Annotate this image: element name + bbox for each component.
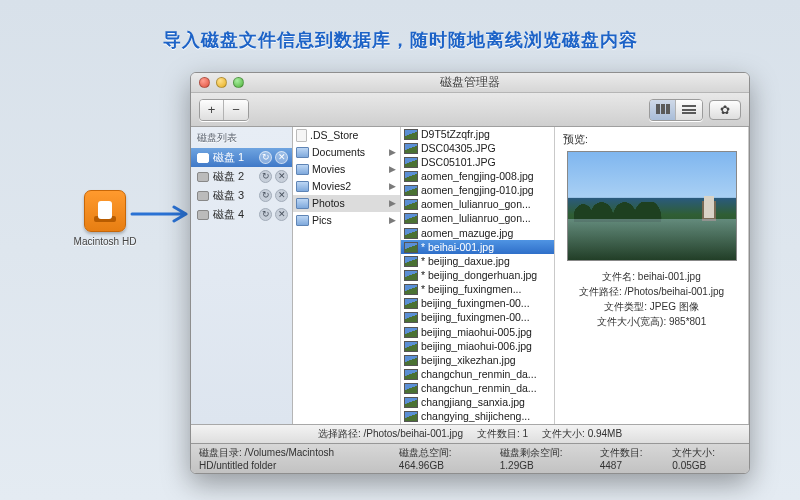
refresh-icon[interactable]: ↻ — [259, 208, 272, 221]
sidebar-item-label: 磁盘 1 — [213, 150, 244, 165]
add-remove-group: + − — [199, 99, 249, 121]
file-row[interactable]: * beijing_dongerhuan.jpg — [401, 268, 554, 282]
file-row[interactable]: DSC05101.JPG — [401, 155, 554, 169]
column-view-button[interactable] — [650, 100, 676, 120]
row-label: * beijing_dongerhuan.jpg — [421, 268, 537, 282]
settings-button[interactable]: ✿ — [709, 100, 741, 120]
sidebar-item-disk-2[interactable]: 磁盘 2↻✕ — [191, 167, 292, 186]
file-row[interactable]: * beijing_fuxingmen... — [401, 283, 554, 297]
svg-rect-1 — [661, 104, 665, 114]
file-row[interactable]: beijing_xikezhan.jpg — [401, 353, 554, 367]
list-view-button[interactable] — [676, 100, 702, 120]
file-row[interactable]: changchun_renmin_da... — [401, 382, 554, 396]
file-row[interactable]: beijing_miaohui-006.jpg — [401, 339, 554, 353]
row-label: DSC04305.JPG — [421, 141, 496, 155]
file-row[interactable]: beijing_fuxingmen-00... — [401, 297, 554, 311]
file-row[interactable]: changying_shijicheng... — [401, 410, 554, 424]
external-drive-label: Macintosh HD — [70, 236, 140, 247]
eject-icon[interactable]: ✕ — [275, 170, 288, 183]
file-row[interactable]: D9T5tZzqfr.jpg — [401, 127, 554, 141]
file-row[interactable]: aomen_fengjing-010.jpg — [401, 184, 554, 198]
image-thumb-icon — [404, 312, 418, 323]
row-label: beijing_fuxingmen-00... — [421, 297, 530, 311]
folder-row[interactable]: Movies▶ — [293, 161, 400, 178]
folder-row[interactable]: Movies2▶ — [293, 178, 400, 195]
sidebar: 磁盘列表 磁盘 1↻✕磁盘 2↻✕磁盘 3↻✕磁盘 4↻✕ — [191, 127, 293, 424]
eject-icon[interactable]: ✕ — [275, 151, 288, 164]
folder-row[interactable]: Documents▶ — [293, 144, 400, 161]
sidebar-header: 磁盘列表 — [191, 127, 292, 148]
file-row[interactable]: * beihai-001.jpg — [401, 240, 554, 254]
eject-icon[interactable]: ✕ — [275, 208, 288, 221]
folder-icon — [296, 215, 309, 226]
row-label: beijing_xikezhan.jpg — [421, 353, 516, 367]
row-label: changjiang_sanxia.jpg — [421, 396, 525, 410]
disk-icon — [197, 172, 209, 182]
refresh-icon[interactable]: ↻ — [259, 170, 272, 183]
image-thumb-icon — [404, 213, 418, 224]
image-thumb-icon — [404, 383, 418, 394]
preview-image — [567, 151, 737, 261]
add-button[interactable]: + — [200, 100, 224, 120]
sidebar-item-label: 磁盘 3 — [213, 188, 244, 203]
window-title: 磁盘管理器 — [191, 74, 749, 91]
file-row[interactable]: changchun_renmin_da... — [401, 367, 554, 381]
chevron-right-icon: ▶ — [389, 196, 396, 211]
row-label: D9T5tZzqfr.jpg — [421, 127, 490, 141]
file-row[interactable]: beijing_miaohui-005.jpg — [401, 325, 554, 339]
toolbar: + − ✿ — [191, 93, 749, 127]
file-row[interactable]: aomen_mazuge.jpg — [401, 226, 554, 240]
file-row[interactable]: DSC04305.JPG — [401, 141, 554, 155]
chevron-right-icon: ▶ — [389, 145, 396, 160]
file-row[interactable]: * beijing_daxue.jpg — [401, 254, 554, 268]
file-row[interactable]: changjiang_sanxia.jpg — [401, 396, 554, 410]
image-thumb-icon — [404, 341, 418, 352]
preview-header: 预览: — [563, 133, 740, 147]
row-label: beijing_miaohui-005.jpg — [421, 325, 532, 339]
svg-rect-4 — [682, 109, 696, 111]
content-area: 磁盘列表 磁盘 1↻✕磁盘 2↻✕磁盘 3↻✕磁盘 4↻✕ .DS_StoreD… — [191, 127, 749, 424]
row-label: changchun_renmin_da... — [421, 382, 537, 396]
headline: 导入磁盘文件信息到数据库，随时随地离线浏览磁盘内容 — [0, 0, 800, 52]
folder-icon — [296, 198, 309, 209]
row-label: * beijing_fuxingmen... — [421, 283, 521, 297]
refresh-icon[interactable]: ↻ — [259, 189, 272, 202]
sidebar-item-disk-1[interactable]: 磁盘 1↻✕ — [191, 148, 292, 167]
image-thumb-icon — [404, 327, 418, 338]
gear-icon: ✿ — [720, 103, 730, 117]
folder-row[interactable]: Pics▶ — [293, 212, 400, 229]
row-label: aomen_mazuge.jpg — [421, 226, 513, 240]
file-row[interactable]: beijing_fuxingmen-00... — [401, 311, 554, 325]
image-thumb-icon — [404, 355, 418, 366]
row-label: .DS_Store — [310, 128, 358, 143]
image-thumb-icon — [404, 129, 418, 140]
column-files: D9T5tZzqfr.jpgDSC04305.JPGDSC05101.JPGao… — [401, 127, 555, 424]
sidebar-item-label: 磁盘 2 — [213, 169, 244, 184]
row-label: * beihai-001.jpg — [421, 240, 494, 254]
folder-row[interactable]: Photos▶ — [293, 195, 400, 212]
refresh-icon[interactable]: ↻ — [259, 151, 272, 164]
image-thumb-icon — [404, 397, 418, 408]
image-thumb-icon — [404, 171, 418, 182]
sidebar-item-disk-4[interactable]: 磁盘 4↻✕ — [191, 205, 292, 224]
chevron-right-icon: ▶ — [389, 162, 396, 177]
folder-icon — [296, 164, 309, 175]
eject-icon[interactable]: ✕ — [275, 189, 288, 202]
file-row[interactable]: aomen_fengjing-008.jpg — [401, 169, 554, 183]
row-label: DSC05101.JPG — [421, 155, 496, 169]
row-label: Pics — [312, 213, 332, 228]
row-label: beijing_fuxingmen-00... — [421, 311, 530, 325]
titlebar[interactable]: 磁盘管理器 — [191, 73, 749, 93]
row-label: aomen_fengjing-010.jpg — [421, 184, 534, 198]
file-row[interactable]: aomen_lulianruo_gon... — [401, 212, 554, 226]
sidebar-item-disk-3[interactable]: 磁盘 3↻✕ — [191, 186, 292, 205]
preview-meta: 文件名: beihai-001.jpg 文件路径: /Photos/beihai… — [563, 269, 740, 329]
file-row[interactable]: aomen_lulianruo_gon... — [401, 198, 554, 212]
row-label: aomen_lulianruo_gon... — [421, 198, 531, 212]
remove-button[interactable]: − — [224, 100, 248, 120]
usb-drive-icon — [84, 190, 126, 232]
folder-row[interactable]: .DS_Store — [293, 127, 400, 144]
image-thumb-icon — [404, 256, 418, 267]
svg-rect-5 — [682, 112, 696, 114]
image-thumb-icon — [404, 284, 418, 295]
